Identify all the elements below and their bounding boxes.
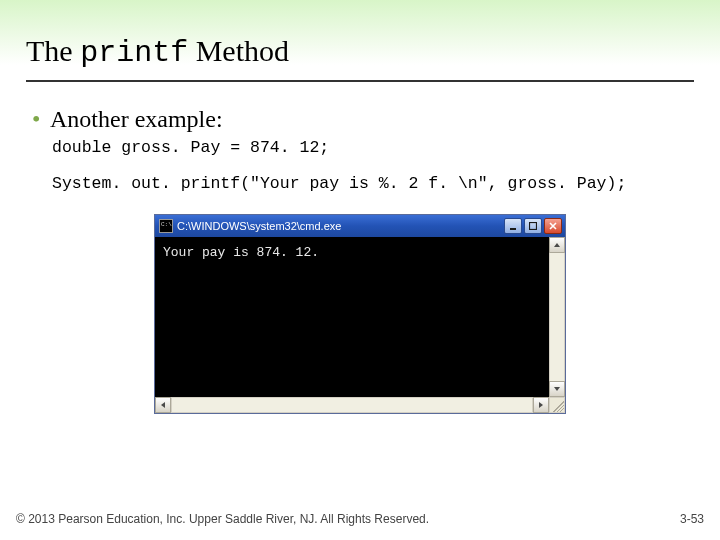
page-number: 3-53 — [680, 512, 704, 526]
slide: The printf Method Another example: doubl… — [0, 0, 720, 540]
maximize-icon — [529, 222, 537, 230]
maximize-button[interactable] — [524, 218, 542, 234]
scroll-track[interactable] — [549, 253, 565, 381]
horizontal-scrollbar[interactable] — [155, 397, 565, 413]
close-button[interactable] — [544, 218, 562, 234]
code-line: System. out. printf("Your pay is %. 2 f.… — [52, 173, 694, 195]
cmd-output: Your pay is 874. 12. — [155, 237, 549, 397]
title-mono: printf — [80, 36, 188, 70]
bullet-item: Another example: — [32, 106, 694, 133]
cmd-prompt-icon — [159, 219, 173, 233]
scroll-down-button[interactable] — [549, 381, 565, 397]
svg-rect-1 — [530, 222, 537, 229]
svg-rect-0 — [510, 228, 516, 230]
title-suffix: Method — [188, 34, 289, 67]
bullet-text: Another example: — [50, 106, 223, 132]
resize-grip[interactable] — [549, 397, 565, 413]
code-block: double gross. Pay = 874. 12; System. out… — [52, 137, 694, 196]
bullet-list: Another example: — [32, 106, 694, 133]
cmd-titlebar: C:\WINDOWS\system32\cmd.exe — [155, 215, 565, 237]
chevron-up-icon — [553, 241, 561, 249]
cmd-window: C:\WINDOWS\system32\cmd.exe Your pay is … — [154, 214, 566, 414]
close-icon — [549, 222, 557, 230]
scroll-track[interactable] — [171, 397, 533, 413]
vertical-scrollbar[interactable] — [549, 237, 565, 397]
chevron-right-icon — [537, 401, 545, 409]
slide-title: The printf Method — [26, 34, 694, 82]
scroll-left-button[interactable] — [155, 397, 171, 413]
scroll-up-button[interactable] — [549, 237, 565, 253]
title-prefix: The — [26, 34, 80, 67]
minimize-button[interactable] — [504, 218, 522, 234]
minimize-icon — [509, 222, 517, 230]
cmd-title-text: C:\WINDOWS\system32\cmd.exe — [177, 220, 504, 232]
chevron-left-icon — [159, 401, 167, 409]
chevron-down-icon — [553, 385, 561, 393]
scroll-right-button[interactable] — [533, 397, 549, 413]
window-buttons — [504, 218, 562, 234]
footer: © 2013 Pearson Education, Inc. Upper Sad… — [16, 512, 704, 526]
code-line: double gross. Pay = 874. 12; — [52, 137, 694, 159]
cmd-client-area: Your pay is 874. 12. — [155, 237, 565, 397]
copyright-text: © 2013 Pearson Education, Inc. Upper Sad… — [16, 512, 429, 526]
